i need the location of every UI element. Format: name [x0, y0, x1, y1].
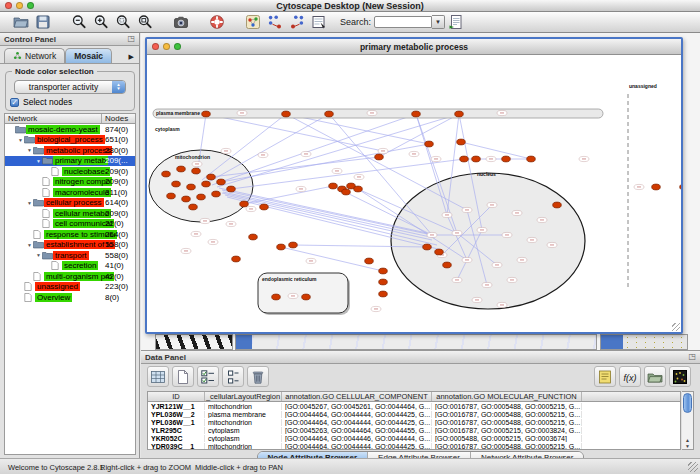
graph-node-selected[interactable]	[302, 294, 311, 300]
new-attribute-icon[interactable]	[172, 366, 194, 387]
tree-row-secretion[interactable]: secretion41(0)	[5, 261, 135, 272]
tree-row-mosaic-demo-yeast[interactable]: mosaic-demo-yeast874(0)	[5, 124, 135, 135]
notepad-icon[interactable]	[594, 366, 616, 387]
graph-node-selected[interactable]	[162, 171, 171, 177]
column-header-3[interactable]: annotation.GO MOLECULAR_FUNCTION	[432, 392, 582, 401]
tree-row-transport[interactable]: ▼transport558(0)	[5, 250, 135, 261]
delete-attribute-icon[interactable]	[247, 366, 269, 387]
tree-expand-icon[interactable]: ▼	[17, 137, 24, 143]
table-cell[interactable]: [GO:0016787, GO:0005488, GO:0005215, G..…	[432, 443, 582, 450]
plasma-membrane-compartment[interactable]	[153, 109, 603, 118]
table-cell[interactable]: YDR039C__1	[148, 443, 205, 450]
table-row[interactable]: YPL036W__2plasma membrane[GO:0044464, GO…	[148, 410, 680, 418]
graph-node-selected[interactable]	[375, 154, 384, 160]
attribute-table-icon[interactable]	[147, 366, 169, 387]
app-resize-grip[interactable]	[688, 462, 698, 472]
graph-node-selected[interactable]	[379, 268, 388, 274]
tab-network[interactable]: Network	[4, 48, 65, 63]
graph-node-selected[interactable]	[379, 279, 388, 285]
import-attributes-icon[interactable]	[644, 366, 666, 387]
graph-node-selected[interactable]	[272, 294, 281, 300]
graph-node-selected[interactable]	[435, 249, 444, 255]
graph-node-selected[interactable]	[202, 181, 211, 187]
graph-node-selected[interactable]	[457, 139, 466, 145]
unselect-attributes-icon[interactable]	[222, 366, 244, 387]
layout-b-icon[interactable]	[286, 13, 308, 32]
table-cell[interactable]: YJR121W__1	[148, 403, 205, 410]
tree-row-multi-organism-pro[interactable]: multi-organism pro42(0)	[5, 271, 135, 282]
table-cell[interactable]: [GO:0016787, GO:0005488, GO:0005215, G..…	[432, 411, 582, 418]
graph-node-selected[interactable]	[212, 191, 221, 197]
help-lifering-icon[interactable]	[206, 13, 228, 32]
manual-layout-icon[interactable]	[308, 13, 330, 32]
graph-node-selected[interactable]	[553, 202, 562, 208]
zoom-selected-icon[interactable]	[112, 13, 134, 32]
tree-expand-icon[interactable]: ▼	[35, 158, 42, 164]
graph-node-selected[interactable]	[680, 184, 681, 190]
tree-row-cellular-process[interactable]: ▼cellular process614(0)	[5, 198, 135, 209]
network-window-titlebar[interactable]: primary metabolic process	[147, 39, 681, 55]
tree-row-metabolic-process[interactable]: ▼metabolic process280(0)	[5, 145, 135, 156]
graph-node-selected[interactable]	[425, 141, 434, 147]
zoom-in-icon[interactable]	[90, 13, 112, 32]
graph-node-selected[interactable]	[202, 111, 211, 117]
table-cell[interactable]: [GO:0045267, GO:0045261, GO:0044464, G..…	[282, 403, 432, 410]
graph-edge[interactable]	[221, 144, 429, 182]
tree-row-macromolecule[interactable]: macromolecule311(0)	[5, 187, 135, 198]
scrollbar-thumb[interactable]	[683, 393, 692, 413]
graph-node-selected[interactable]	[197, 194, 206, 200]
table-row[interactable]: YKR052Ccytoplasm[GO:0044464, GO:0044446,…	[148, 434, 680, 442]
float-panel-icon[interactable]: ◳	[688, 353, 696, 361]
zoom-fit-icon[interactable]	[134, 13, 156, 32]
graph-node-selected[interactable]	[217, 179, 226, 185]
table-cell[interactable]: [GO:0016787, GO:0005488, GO:0005215, G..…	[432, 403, 582, 410]
graph-node-selected[interactable]	[379, 291, 388, 297]
table-cell[interactable]: YPL036W__2	[148, 411, 205, 418]
graph-node-selected[interactable]	[192, 168, 201, 174]
table-cell[interactable]: YLR295C	[148, 427, 205, 434]
graph-node-selected[interactable]	[182, 196, 191, 202]
graph-node-selected[interactable]	[177, 166, 186, 172]
table-cell[interactable]: [GO:0045263, GO:0044464, GO:0044455, G..…	[282, 427, 432, 434]
graph-node-selected[interactable]	[412, 111, 421, 117]
table-cell[interactable]: [GO:0016787, GO:0005488, GO:0005215, G..…	[432, 419, 582, 426]
table-cell[interactable]: cytoplasm	[205, 427, 282, 434]
zoom-out-icon[interactable]	[68, 13, 90, 32]
snapshot-camera-icon[interactable]	[170, 13, 192, 32]
table-cell[interactable]: [GO:0044464, GO:0044446, GO:0044444, G..…	[282, 435, 432, 442]
tree-expand-icon[interactable]: ▼	[26, 242, 33, 248]
graph-node-selected[interactable]	[325, 111, 334, 117]
graph-node-selected[interactable]	[472, 156, 481, 162]
table-cell[interactable]: [GO:0005488, GO:0005215, GO:0003674]	[432, 435, 582, 442]
tree-expand-icon[interactable]: ▼	[35, 252, 42, 258]
graph-node-selected[interactable]	[443, 262, 452, 268]
graph-node-selected[interactable]	[365, 258, 374, 264]
scrollbar-arrows-icon[interactable]: ▲▼	[682, 437, 693, 449]
table-cell[interactable]: cytoplasm	[205, 435, 282, 442]
column-header-1[interactable]: _cellularLayoutRegion	[205, 392, 282, 401]
table-row[interactable]: YDR039C__1mitochondrion[GO:0044464, GO:0…	[148, 442, 680, 450]
table-cell[interactable]: YPL036W__1	[148, 419, 205, 426]
graph-node-selected[interactable]	[172, 181, 181, 187]
graph-edge[interactable]	[286, 114, 429, 144]
float-panel-icon[interactable]: ◳	[127, 35, 135, 43]
table-cell[interactable]: YKR052C	[148, 435, 205, 442]
tree-row-cellular-metabo[interactable]: cellular metabo209(0)	[5, 208, 135, 219]
table-cell[interactable]: plasma membrane	[205, 411, 282, 418]
background-window-sliver[interactable]	[600, 334, 688, 350]
select-nodes-checkbox[interactable]: ✓	[10, 98, 19, 107]
graph-node-selected[interactable]	[652, 184, 661, 190]
graph-node-selected[interactable]	[329, 183, 338, 189]
tree-expand-icon[interactable]: ▼	[26, 147, 33, 153]
graph-node-selected[interactable]	[187, 184, 196, 190]
select-attributes-icon[interactable]	[197, 366, 219, 387]
table-row[interactable]: YPL036W__1mitochondrion[GO:0044464, GO:0…	[148, 418, 680, 426]
tree-row-overview[interactable]: Overview8(0)	[5, 292, 135, 303]
graph-edge[interactable]	[244, 186, 333, 204]
layout-a-icon[interactable]	[264, 13, 286, 32]
save-session-icon[interactable]	[32, 13, 54, 32]
table-cell[interactable]: [GO:0016787, GO:0005215, GO:0003824, G..…	[432, 427, 582, 434]
table-cell[interactable]: [GO:0044464, GO:0044444, GO:0044425, G..…	[282, 419, 432, 426]
graph-edge[interactable]	[206, 114, 383, 151]
tab-mosaic[interactable]: Mosaic	[65, 48, 112, 63]
